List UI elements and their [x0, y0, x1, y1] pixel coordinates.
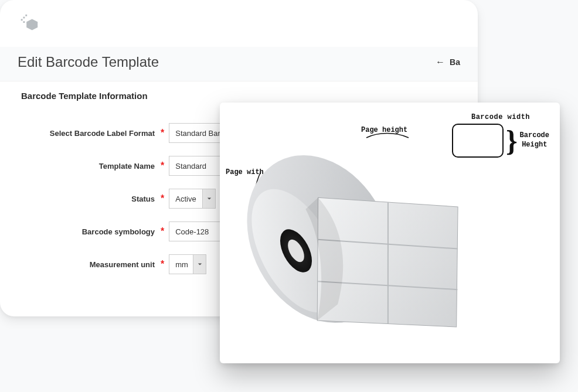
required-mark: * — [161, 259, 164, 270]
required-mark: * — [161, 128, 164, 138]
label-unit: Measurement unit — [21, 260, 158, 269]
svg-rect-3 — [23, 21, 25, 23]
status-select[interactable]: Active — [169, 189, 203, 209]
label-roll-illustration — [232, 125, 484, 347]
arrow-left-icon: ← — [436, 57, 445, 67]
brace-icon: } — [506, 126, 518, 155]
label-format: Select Barcode Label Format — [21, 129, 158, 138]
unit-select[interactable]: mm — [169, 254, 193, 274]
card-logo-bar — [0, 0, 478, 47]
page-title: Edit Barcode Template — [18, 54, 159, 70]
required-mark: * — [161, 161, 164, 171]
back-button[interactable]: ← Ba — [436, 57, 460, 67]
app-logo-icon — [18, 12, 40, 35]
unit-dropdown-button[interactable] — [193, 254, 206, 274]
svg-rect-1 — [21, 19, 23, 21]
label-barcode-height-2: Height — [520, 141, 549, 150]
required-mark: * — [161, 193, 164, 204]
label-barcode-height-1: Barcode — [520, 131, 549, 141]
svg-rect-0 — [23, 17, 25, 19]
required-mark: * — [161, 226, 164, 237]
label-barcode-width: Barcode width — [452, 113, 549, 121]
title-bar: Edit Barcode Template ← Ba — [0, 47, 478, 81]
chevron-down-icon — [207, 196, 212, 201]
status-dropdown-button[interactable] — [203, 189, 216, 209]
label-name: Template Name — [21, 162, 158, 171]
chevron-down-icon — [198, 262, 202, 267]
label-status: Status — [21, 195, 158, 203]
preview-card: Barcode width } Barcode Height Page heig… — [220, 103, 560, 363]
label-symbology: Barcode symbology — [21, 227, 158, 236]
svg-rect-2 — [25, 15, 27, 16]
section-heading: Barcode Template Information — [0, 81, 478, 104]
back-label: Ba — [450, 57, 460, 67]
